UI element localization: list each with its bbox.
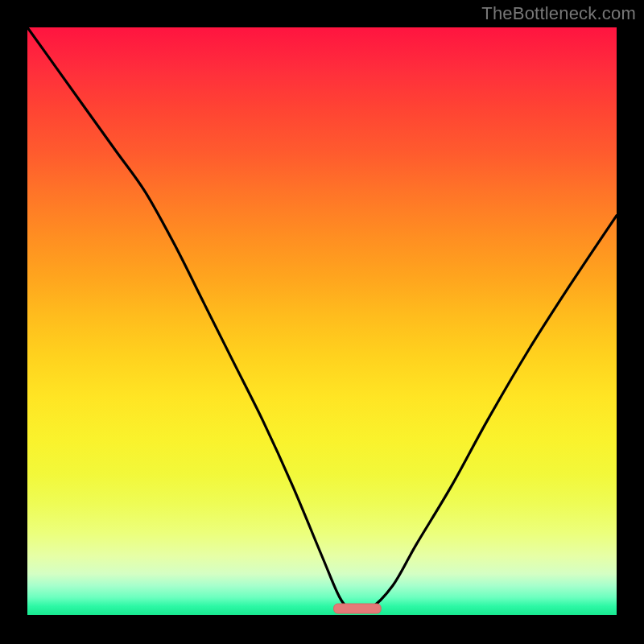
optimal-marker <box>334 604 382 613</box>
bottleneck-curve <box>27 27 617 612</box>
chart-frame: TheBottleneck.com <box>0 0 644 644</box>
plot-svg <box>27 27 617 615</box>
watermark-text: TheBottleneck.com <box>481 3 636 24</box>
plot-area <box>27 27 617 615</box>
